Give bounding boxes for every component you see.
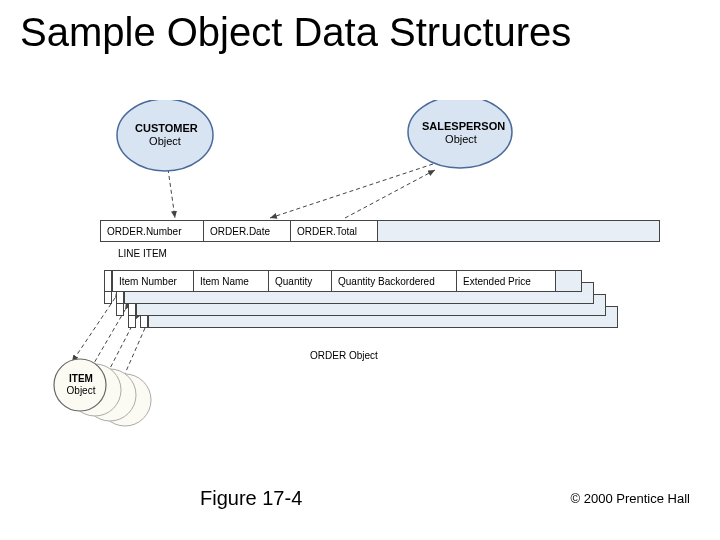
svg-line-2 xyxy=(345,170,435,218)
order-object-label: ORDER Object xyxy=(310,350,378,361)
stub-1b xyxy=(104,292,112,304)
salesperson-label-line1: SALESPERSON xyxy=(422,120,505,132)
stub-1 xyxy=(104,270,112,292)
stub-4 xyxy=(140,316,148,328)
lineitem-cell-itemnumber: Item Number xyxy=(112,270,194,292)
figure-caption: Figure 17-4 xyxy=(200,487,302,510)
lineitem-cell-backordered: Quantity Backordered xyxy=(331,270,457,292)
svg-line-3 xyxy=(72,298,115,362)
order-cell-total: ORDER.Total xyxy=(290,220,378,242)
lineitem-cell-itemname: Item Name xyxy=(193,270,269,292)
customer-label-line1: CUSTOMER xyxy=(135,122,198,134)
order-cell-number: ORDER.Number xyxy=(100,220,204,242)
stub-2b xyxy=(116,304,124,316)
stub-3b xyxy=(128,316,136,328)
lineitem-cell-quantity: Quantity xyxy=(268,270,332,292)
arrows-layer xyxy=(40,100,680,430)
stub-2 xyxy=(116,292,124,304)
svg-line-1 xyxy=(270,164,433,218)
lineitem-heading: LINE ITEM xyxy=(118,248,167,259)
diagram-canvas: CUSTOMER Object SALESPERSON Object ITEM … xyxy=(40,100,680,430)
lineitem-cell-extprice: Extended Price xyxy=(456,270,556,292)
item-label-line1: ITEM xyxy=(69,373,93,384)
item-label: ITEM Object xyxy=(63,373,99,396)
svg-line-5 xyxy=(105,320,135,378)
svg-line-6 xyxy=(120,328,145,385)
salesperson-label: SALESPERSON Object xyxy=(422,120,500,145)
svg-line-0 xyxy=(168,169,175,218)
svg-line-4 xyxy=(90,310,125,370)
stub-3 xyxy=(128,304,136,316)
slide-title: Sample Object Data Structures xyxy=(0,10,720,55)
customer-label-line2: Object xyxy=(149,135,181,147)
salesperson-label-line2: Object xyxy=(445,133,477,145)
order-cell-date: ORDER.Date xyxy=(203,220,291,242)
item-label-line2: Object xyxy=(67,385,96,396)
copyright-text: © 2000 Prentice Hall xyxy=(571,491,690,506)
slide: Sample Object Data Structures xyxy=(0,0,720,540)
customer-label: CUSTOMER Object xyxy=(135,122,195,147)
